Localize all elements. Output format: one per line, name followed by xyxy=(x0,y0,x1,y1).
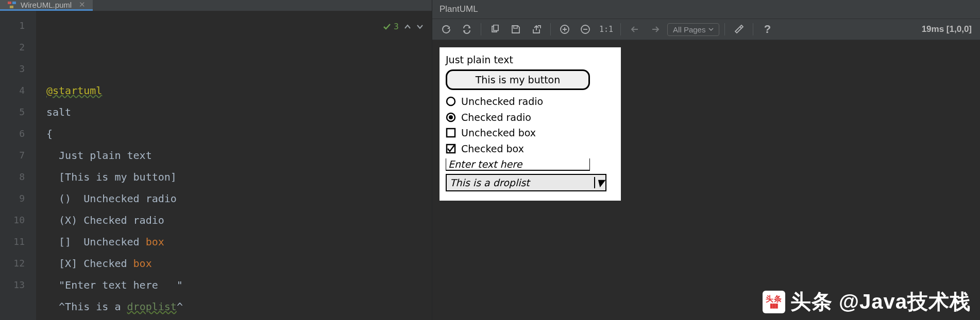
radio-checked-icon xyxy=(446,112,456,122)
code-line: } xyxy=(46,317,432,320)
code-line: ^This is a droplist^ xyxy=(46,296,432,317)
svg-rect-2 xyxy=(10,6,13,8)
code-line: salt xyxy=(46,101,432,123)
code-line: [X] Checked box xyxy=(46,253,432,274)
copy-icon[interactable] xyxy=(486,22,504,37)
code-line: Just plain text xyxy=(46,145,432,166)
salt-droplist[interactable]: This is a droplist ▼ xyxy=(446,174,606,192)
refresh-icon[interactable] xyxy=(437,22,455,37)
zoom-reset[interactable]: 1:1 xyxy=(597,22,615,37)
radio-unchecked-icon xyxy=(446,96,456,106)
code-line: @startuml xyxy=(46,80,432,101)
chevron-down-icon xyxy=(708,27,714,32)
code-line: (X) Checked radio xyxy=(46,209,432,231)
export-icon[interactable] xyxy=(528,22,545,37)
editor-status: 3 xyxy=(382,16,424,38)
plantuml-file-icon xyxy=(7,0,16,9)
help-icon[interactable]: ? xyxy=(758,22,776,37)
preview-toolbar: 1:1 All Pages ? 19ms [1,0,0] xyxy=(432,19,980,40)
watermark-text: 头条 @Java技术栈 xyxy=(790,288,971,316)
code-line: "Enter text here " xyxy=(46,274,432,296)
salt-button[interactable]: This is my button xyxy=(446,69,590,91)
code-line: { xyxy=(46,123,432,145)
watermark: 头条 ▮▮▮ 头条 @Java技术栈 xyxy=(763,288,971,316)
svg-point-8 xyxy=(447,97,455,105)
salt-radio-unchecked[interactable]: Unchecked radio xyxy=(446,94,615,109)
svg-rect-4 xyxy=(494,25,498,31)
code-area[interactable]: 3 @startumlsalt{ Just plain text [This i… xyxy=(36,11,432,320)
chevron-up-icon[interactable] xyxy=(404,23,411,30)
code-line: () Unchecked radio xyxy=(46,188,432,209)
prev-page-icon[interactable] xyxy=(626,22,644,37)
salt-radio-checked[interactable]: Checked radio xyxy=(446,110,615,125)
svg-point-10 xyxy=(449,115,453,119)
salt-checkbox-unchecked[interactable]: Unchecked box xyxy=(446,126,615,140)
tab-filename: WireUML.puml xyxy=(21,1,72,9)
preview-pane: PlantUML 1:1 All Pages ? 19ms [1,0,0] Ju… xyxy=(432,0,980,320)
chevron-down-icon[interactable] xyxy=(416,23,424,30)
salt-plain-text: Just plain text xyxy=(446,52,615,67)
editor-pane: WireUML.puml ✕ 12345678910111213 3 @star… xyxy=(0,0,432,320)
save-icon[interactable] xyxy=(507,22,525,37)
svg-rect-0 xyxy=(8,2,11,4)
file-tab[interactable]: WireUML.puml ✕ xyxy=(0,0,93,11)
salt-text-input[interactable] xyxy=(446,158,590,171)
watermark-logo-icon: 头条 ▮▮▮ xyxy=(763,291,785,313)
line-gutter: 12345678910111213 xyxy=(0,11,36,320)
render-timing: 19ms [1,0,0] xyxy=(922,24,975,34)
svg-rect-11 xyxy=(447,129,455,137)
tab-bar: WireUML.puml ✕ xyxy=(0,0,432,11)
code-line: [This is my button] xyxy=(46,166,432,188)
dropdown-arrow-icon: ▼ xyxy=(594,177,605,188)
zoom-out-icon[interactable] xyxy=(577,22,594,37)
next-page-icon[interactable] xyxy=(647,22,664,37)
settings-icon[interactable] xyxy=(730,22,748,37)
salt-wireframe: Just plain text This is my button Unchec… xyxy=(440,47,621,201)
pages-dropdown[interactable]: All Pages xyxy=(667,23,719,36)
editor-body: 12345678910111213 3 @startumlsalt{ Just … xyxy=(0,11,432,320)
inspection-count: 3 xyxy=(394,16,399,38)
sync-icon[interactable] xyxy=(458,22,476,37)
checkbox-checked-icon xyxy=(446,144,456,154)
preview-canvas: Just plain text This is my button Unchec… xyxy=(432,40,980,320)
svg-rect-5 xyxy=(514,26,517,28)
checkbox-unchecked-icon xyxy=(446,128,456,138)
inspection-badge[interactable]: 3 xyxy=(382,16,399,38)
close-icon[interactable]: ✕ xyxy=(79,0,86,9)
zoom-in-icon[interactable] xyxy=(556,22,573,37)
salt-checkbox-checked[interactable]: Checked box xyxy=(446,141,615,156)
preview-title: PlantUML xyxy=(432,0,980,19)
svg-rect-1 xyxy=(12,2,16,4)
code-line: [] Unchecked box xyxy=(46,231,432,253)
pages-label: All Pages xyxy=(673,25,705,34)
checkmark-icon xyxy=(382,22,392,31)
